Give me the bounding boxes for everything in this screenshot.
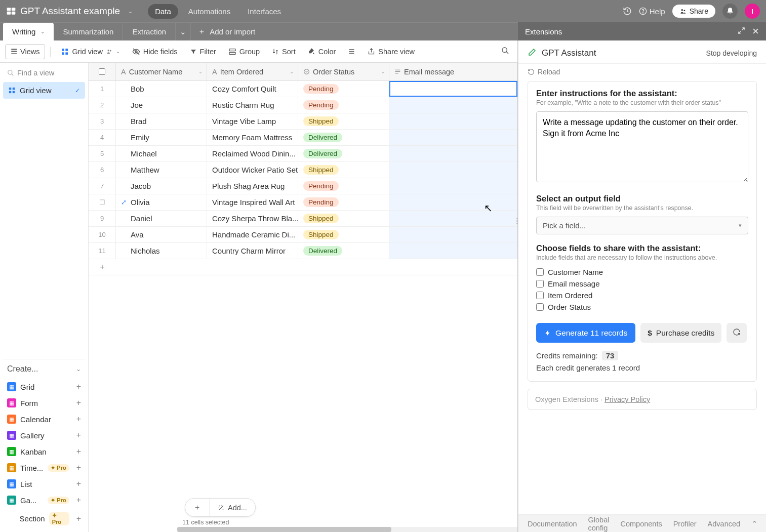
- share-field-item-ordered[interactable]: Item Ordered: [536, 290, 748, 301]
- cell-item-ordered[interactable]: Handmade Ceramic Di...: [207, 227, 298, 242]
- add-row[interactable]: +: [89, 259, 517, 275]
- column-customer-name[interactable]: ACustomer Name⌄: [116, 63, 207, 80]
- find-view-input[interactable]: Find a view: [3, 66, 85, 80]
- table-row[interactable]: 9 ⤢ Daniel Cozy Sherpa Throw Bla... Ship…: [89, 211, 517, 227]
- user-avatar[interactable]: I: [745, 4, 760, 19]
- cell-customer-name[interactable]: ⤢ Bob: [116, 81, 207, 97]
- cell-email-message[interactable]: [389, 130, 517, 145]
- row-number[interactable]: 10: [89, 227, 116, 242]
- table-row[interactable]: 6 ⤢ Matthew Outdoor Wicker Patio Set Shi…: [89, 162, 517, 178]
- chevron-down-icon[interactable]: ⌄: [128, 8, 133, 15]
- cell-item-ordered[interactable]: Vintage Inspired Wall Art: [207, 194, 298, 210]
- cell-customer-name[interactable]: ⤢ Michael: [116, 146, 207, 161]
- cell-item-ordered[interactable]: Cozy Comfort Quilt: [207, 81, 298, 97]
- cell-order-status[interactable]: Pending: [298, 97, 389, 113]
- table-row[interactable]: 8 ⤢ Olivia Vintage Inspired Wall Art Pen…: [89, 194, 517, 211]
- tab-data[interactable]: Data: [148, 4, 178, 19]
- dev-tab-global-config[interactable]: Global config: [588, 516, 610, 532]
- table-row[interactable]: 10 ⤢ Ava Handmade Ceramic Di... Shipped: [89, 227, 517, 243]
- cell-order-status[interactable]: Pending: [298, 81, 389, 97]
- sidebar-view-grid[interactable]: Grid view ✓: [3, 82, 85, 99]
- horizontal-scrollbar[interactable]: [177, 527, 517, 532]
- hide-fields-button[interactable]: Hide fields: [127, 45, 183, 59]
- cell-order-status[interactable]: Pending: [298, 178, 389, 194]
- row-number[interactable]: 8: [89, 194, 116, 210]
- plus-icon[interactable]: +: [76, 415, 81, 424]
- table-row[interactable]: 2 ⤢ Joe Rustic Charm Rug Pending: [89, 97, 517, 113]
- reset-button[interactable]: [727, 323, 747, 343]
- row-number[interactable]: 2: [89, 97, 116, 113]
- current-view-picker[interactable]: Grid view ⌄: [56, 45, 125, 59]
- add-record-button[interactable]: ＋: [185, 499, 210, 516]
- cell-customer-name[interactable]: ⤢ Olivia: [116, 194, 207, 210]
- expand-record-icon[interactable]: ⤢: [121, 198, 127, 206]
- plus-icon[interactable]: +: [76, 479, 81, 488]
- color-button[interactable]: Color: [303, 45, 341, 59]
- cell-order-status[interactable]: Shipped: [298, 211, 389, 226]
- create-section-header[interactable]: Create... ⌄: [3, 359, 85, 379]
- share-field-email-message[interactable]: Email message: [536, 278, 748, 290]
- cell-customer-name[interactable]: ⤢ Daniel: [116, 211, 207, 226]
- row-number[interactable]: 4: [89, 130, 116, 145]
- cell-customer-name[interactable]: ⤢ Ava: [116, 227, 207, 242]
- plus-icon[interactable]: +: [76, 447, 81, 456]
- tab-automations[interactable]: Automations: [181, 4, 237, 19]
- row-number[interactable]: 6: [89, 162, 116, 178]
- table-row[interactable]: 11 ⤢ Nicholas Country Charm Mirror Deliv…: [89, 243, 517, 259]
- cell-customer-name[interactable]: ⤢ Emily: [116, 130, 207, 145]
- sort-button[interactable]: Sort: [267, 45, 301, 59]
- chevron-down-icon[interactable]: ⌄: [290, 69, 294, 74]
- reload-button[interactable]: Reload: [528, 66, 757, 81]
- cell-item-ordered[interactable]: Memory Foam Mattress: [207, 130, 298, 145]
- table-row[interactable]: 7 ⤢ Jacob Plush Shag Area Rug Pending: [89, 178, 517, 194]
- dev-tab-documentation[interactable]: Documentation: [528, 520, 577, 528]
- cell-item-ordered[interactable]: Cozy Sherpa Throw Bla...: [207, 211, 298, 226]
- checkbox[interactable]: [536, 303, 544, 311]
- expand-icon[interactable]: [738, 27, 745, 36]
- cell-email-message[interactable]: [389, 113, 517, 129]
- table-tab-summarization[interactable]: Summarization: [54, 23, 123, 40]
- cell-item-ordered[interactable]: Plush Shag Area Rug: [207, 178, 298, 194]
- table-row[interactable]: 5 ⤢ Michael Reclaimed Wood Dinin... Deli…: [89, 146, 517, 162]
- share-view-button[interactable]: Share view: [362, 45, 420, 59]
- plus-icon[interactable]: +: [76, 463, 81, 472]
- more-tables-button[interactable]: ⌄: [176, 23, 191, 40]
- chevron-down-icon[interactable]: ⌄: [41, 29, 45, 34]
- cell-customer-name[interactable]: ⤢ Joe: [116, 97, 207, 113]
- row-number[interactable]: 5: [89, 146, 116, 161]
- help-button[interactable]: Help: [639, 7, 665, 16]
- share-button[interactable]: Share: [672, 5, 715, 18]
- create-view-ga-[interactable]: ▦ Ga... ✦ Pro+: [3, 492, 85, 508]
- cell-order-status[interactable]: Pending: [298, 194, 389, 210]
- close-icon[interactable]: [752, 27, 759, 36]
- create-view-grid[interactable]: ▦ Grid +: [3, 379, 85, 395]
- table-tab-extraction[interactable]: Extraction: [123, 23, 176, 40]
- cell-customer-name[interactable]: ⤢ Jacob: [116, 178, 207, 194]
- dev-tab-components[interactable]: Components: [620, 520, 662, 528]
- dev-tab-advanced[interactable]: Advanced: [708, 520, 741, 528]
- cell-customer-name[interactable]: ⤢ Brad: [116, 113, 207, 129]
- stop-developing-button[interactable]: Stop developing: [706, 49, 757, 57]
- select-all-checkbox[interactable]: [89, 63, 116, 80]
- cell-order-status[interactable]: Delivered: [298, 146, 389, 161]
- checkbox[interactable]: [536, 292, 544, 299]
- table-row[interactable]: 4 ⤢ Emily Memory Foam Mattress Delivered: [89, 130, 517, 146]
- create-view-section[interactable]: ▦ Section ✦ Pro+: [3, 508, 85, 529]
- cell-customer-name[interactable]: ⤢ Matthew: [116, 162, 207, 178]
- cell-item-ordered[interactable]: Vintage Vibe Lamp: [207, 113, 298, 129]
- plus-icon[interactable]: +: [76, 398, 81, 407]
- cell-item-ordered[interactable]: Rustic Charm Rug: [207, 97, 298, 113]
- cell-order-status[interactable]: Shipped: [298, 162, 389, 178]
- cell-order-status[interactable]: Shipped: [298, 113, 389, 129]
- create-view-gallery[interactable]: ▦ Gallery +: [3, 427, 85, 443]
- create-view-kanban[interactable]: ▦ Kanban +: [3, 443, 85, 460]
- filter-button[interactable]: Filter: [185, 45, 221, 59]
- row-height-button[interactable]: [343, 45, 360, 58]
- cell-order-status[interactable]: Shipped: [298, 227, 389, 242]
- cell-email-message[interactable]: [389, 146, 517, 161]
- plus-icon[interactable]: +: [76, 496, 81, 505]
- cell-customer-name[interactable]: ⤢ Nicholas: [116, 243, 207, 259]
- column-email-message[interactable]: Email message: [389, 63, 517, 80]
- group-button[interactable]: Group: [223, 45, 265, 59]
- instructions-textarea[interactable]: [536, 111, 748, 182]
